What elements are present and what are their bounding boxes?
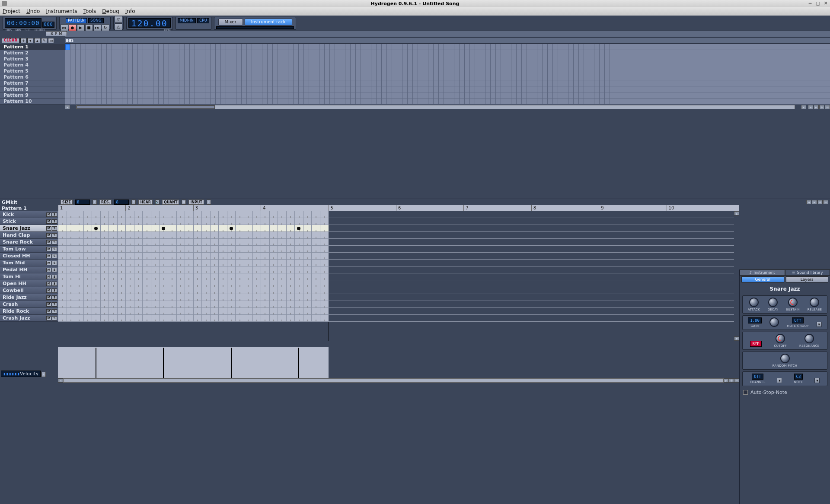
pattern-grid-row[interactable] [58, 218, 734, 225]
gain-knob[interactable] [769, 317, 779, 327]
stop-button[interactable]: ■ [85, 24, 93, 31]
solo-button[interactable]: S [52, 233, 57, 238]
minimize-icon[interactable]: − [808, 0, 813, 6]
solo-button[interactable]: S [52, 288, 57, 293]
pattern-grid-row[interactable] [58, 308, 734, 315]
hscroll-right-icon[interactable]: ▸ [724, 378, 729, 383]
mute-button[interactable]: M [46, 247, 51, 251]
clear-button[interactable]: CLEAR [2, 38, 19, 43]
record-button[interactable]: ● [69, 24, 77, 31]
pattern-grid-row[interactable] [58, 294, 734, 301]
instrument-row[interactable]: CrashMS [0, 301, 58, 308]
instrument-row[interactable]: Ride RockMS [0, 308, 58, 315]
tab-sound-library[interactable]: ≡Sound library [785, 269, 830, 276]
pattern-list-row[interactable]: Pattern 5 [0, 68, 65, 74]
tab-instrument[interactable]: ♪Instrument [740, 269, 785, 276]
pattern-grid-row[interactable] [58, 239, 734, 246]
move-up-button[interactable]: ▴ [34, 38, 40, 43]
solo-button[interactable]: S [52, 275, 57, 279]
instrument-row[interactable]: Tom LowMS [0, 246, 58, 253]
menu-instruments[interactable]: Instruments [46, 8, 77, 14]
input-label[interactable]: INPUT [188, 200, 204, 205]
pattern-list-row[interactable]: Pattern 7 [0, 80, 65, 86]
mixer-button[interactable]: Mixer [218, 19, 243, 25]
pattern-grid-row[interactable] [58, 273, 734, 280]
pattern-grid-row[interactable] [58, 315, 734, 322]
mute-button[interactable]: M [46, 316, 51, 320]
filter-bypass[interactable]: BYP [750, 341, 761, 347]
hear-toggle[interactable]: 🔊 [155, 200, 160, 205]
menu-debug[interactable]: Debug [102, 8, 119, 14]
velocity-bar[interactable] [163, 348, 164, 378]
instrument-row[interactable]: CowbellMS [0, 287, 58, 294]
mute-button[interactable]: M [46, 282, 51, 286]
instrument-row[interactable]: Ride JazzMS [0, 294, 58, 301]
note[interactable] [162, 227, 165, 230]
scroll-right-icon[interactable]: ▸ [801, 105, 806, 109]
instrument-row[interactable]: Crash JazzMS [0, 315, 58, 322]
note[interactable] [94, 227, 98, 230]
close-icon[interactable]: ✕ [823, 0, 828, 6]
mode-pattern[interactable]: PATTERN [66, 18, 87, 23]
pattern-grid-row[interactable] [58, 287, 734, 294]
ped-nav-left[interactable]: ◂ [806, 200, 811, 204]
menu-tools[interactable]: Tools [83, 8, 96, 14]
solo-button[interactable]: S [52, 295, 57, 300]
solo-button[interactable]: S [52, 282, 57, 286]
resonance-knob[interactable] [804, 334, 814, 343]
channel-spinner[interactable]: ▾ [777, 378, 782, 383]
play-button[interactable]: ▶ [77, 24, 85, 31]
attack-knob[interactable] [749, 298, 759, 307]
instrument-row[interactable]: Pedal HHMS [0, 266, 58, 273]
bpm-chip[interactable]: B P M [46, 31, 67, 36]
solo-button[interactable]: S [52, 309, 57, 314]
menu-project[interactable]: Project [3, 8, 20, 14]
song-nav-left[interactable]: ◂ [808, 105, 813, 109]
loop-button[interactable]: ↻ [102, 24, 109, 31]
velocity-menu[interactable]: ▾ [42, 372, 46, 377]
pattern-list-row[interactable]: Pattern 6 [0, 74, 65, 80]
pattern-grid-row[interactable] [58, 301, 734, 308]
velocity-bar[interactable] [231, 348, 232, 378]
note[interactable] [297, 227, 300, 230]
solo-button[interactable]: S [52, 254, 57, 258]
song-zoom-in[interactable]: + [819, 105, 824, 109]
pattern-grid-row[interactable] [58, 253, 734, 260]
mute-button[interactable]: M [46, 295, 51, 300]
instrument-row[interactable]: Closed HHMS [0, 253, 58, 260]
velocity-editor[interactable]: ▮▮▮▮▮▮Velocity ▾ [0, 341, 739, 378]
pattern-grid-row[interactable] [58, 246, 734, 253]
pattern-list-row[interactable]: Pattern 1 [0, 44, 65, 50]
instrument-rack-button[interactable]: Instrument rack [245, 19, 292, 25]
move-down-button[interactable]: ▾ [27, 38, 33, 43]
instrument-row[interactable]: Tom MidMS [0, 260, 58, 266]
pattern-grid-row[interactable] [58, 280, 734, 287]
instrument-row[interactable]: StickMS [0, 218, 58, 225]
instrument-row[interactable]: Tom HiMS [0, 273, 58, 280]
scroll-thumb[interactable] [77, 105, 215, 109]
mute-button[interactable]: M [46, 219, 51, 224]
input-toggle[interactable]: ▾ [207, 200, 211, 205]
cutoff-knob[interactable] [776, 334, 785, 343]
mute-button[interactable]: M [46, 288, 51, 293]
instrument-row[interactable]: Snare RockMS [0, 239, 58, 246]
subtab-general[interactable]: General [741, 276, 784, 282]
mute-button[interactable]: M [46, 275, 51, 279]
solo-button[interactable]: S [52, 316, 57, 320]
solo-button[interactable]: S [52, 261, 57, 265]
menu-info[interactable]: Info [125, 8, 135, 14]
song-zoom-out[interactable]: − [825, 105, 830, 109]
instrument-row[interactable]: KickMS [0, 211, 58, 218]
pattern-list-row[interactable]: Pattern 2 [0, 50, 65, 56]
song-nav-right[interactable]: ▸ [814, 105, 819, 109]
pattern-grid-row[interactable] [58, 232, 734, 239]
quant-toggle[interactable]: ▦ [182, 200, 186, 205]
velocity-bar[interactable] [96, 348, 96, 378]
pattern-list-row[interactable]: Pattern 4 [0, 62, 65, 68]
hear-label[interactable]: HEAR [138, 200, 153, 205]
auto-stop-checkbox[interactable] [743, 390, 748, 395]
instrument-row[interactable]: Snare JazzMS [0, 225, 58, 232]
solo-button[interactable]: S [52, 226, 57, 231]
mute-group-value[interactable]: Off [792, 317, 803, 323]
res-value[interactable]: 8 [114, 200, 129, 205]
